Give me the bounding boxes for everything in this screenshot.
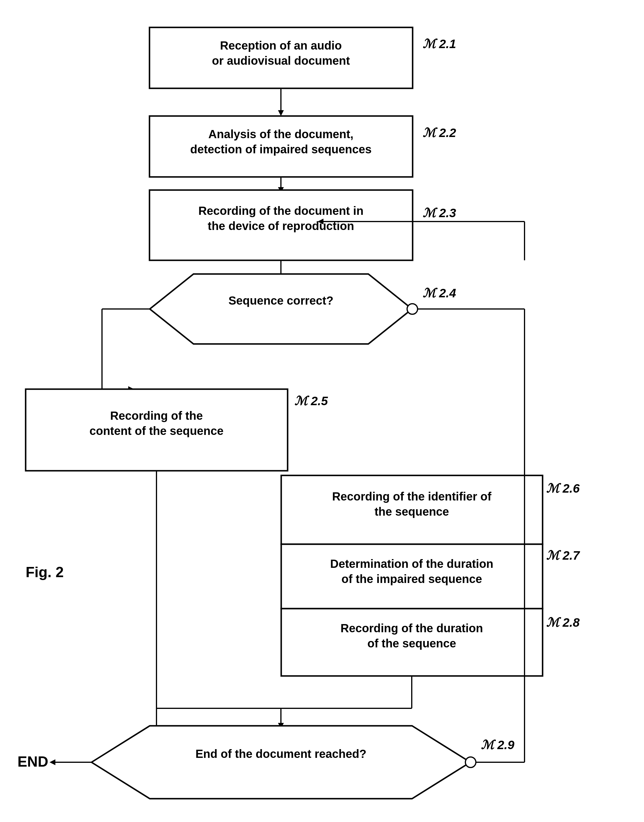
svg-text:ℳ 2.5: ℳ 2.5 <box>294 394 328 408</box>
svg-text:Fig. 2: Fig. 2 <box>26 564 64 580</box>
svg-marker-5 <box>278 110 284 116</box>
svg-text:ℳ 2.1: ℳ 2.1 <box>423 37 456 51</box>
svg-text:Recording of the document in: Recording of the document in <box>198 204 364 217</box>
svg-text:ℳ 2.6: ℳ 2.6 <box>546 482 580 495</box>
svg-text:Recording of the: Recording of the <box>110 409 203 422</box>
svg-text:Determination of the duration: Determination of the duration <box>330 557 493 570</box>
svg-text:ℳ 2.4: ℳ 2.4 <box>423 286 456 300</box>
svg-marker-18 <box>150 274 412 344</box>
svg-text:Recording of the identifier of: Recording of the identifier of <box>332 490 492 503</box>
svg-marker-52 <box>92 726 470 799</box>
svg-text:or audiovisual document: or audiovisual document <box>212 54 350 67</box>
svg-text:ℳ 2.9: ℳ 2.9 <box>481 738 515 752</box>
svg-marker-59 <box>49 759 55 765</box>
svg-text:Reception of an audio: Reception of an audio <box>220 39 342 52</box>
svg-text:of the sequence: of the sequence <box>368 637 456 650</box>
svg-text:End of the document reached?: End of the document reached? <box>196 747 366 760</box>
svg-point-20 <box>407 304 417 314</box>
svg-text:the sequence: the sequence <box>374 505 449 518</box>
svg-text:detection of impaired sequence: detection of impaired sequences <box>190 143 371 156</box>
svg-text:ℳ 2.7: ℳ 2.7 <box>546 549 580 562</box>
svg-text:ℳ 2.8: ℳ 2.8 <box>546 616 580 629</box>
svg-text:Sequence correct?: Sequence correct? <box>228 294 333 307</box>
flowchart-container: Reception of an audio or audiovisual doc… <box>0 0 644 822</box>
svg-text:of the impaired sequence: of the impaired sequence <box>342 572 482 585</box>
svg-text:ℳ 2.2: ℳ 2.2 <box>423 126 456 140</box>
svg-text:content of the sequence: content of the sequence <box>89 425 224 437</box>
svg-text:Analysis of the document,: Analysis of the document, <box>209 128 353 141</box>
svg-text:END: END <box>17 753 48 770</box>
flowchart-svg: Reception of an audio or audiovisual doc… <box>0 0 644 822</box>
svg-text:Recording of the duration: Recording of the duration <box>340 622 483 635</box>
svg-text:ℳ 2.3: ℳ 2.3 <box>423 206 456 220</box>
svg-point-54 <box>465 757 476 767</box>
